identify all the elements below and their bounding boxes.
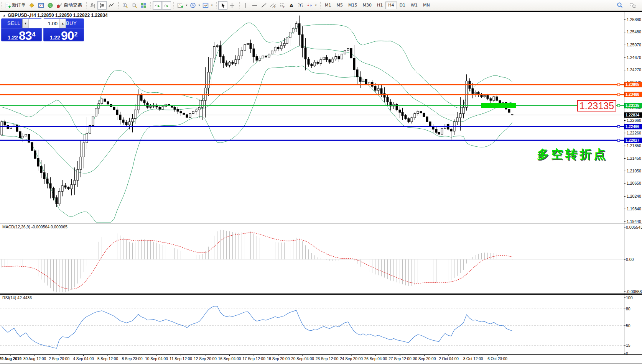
svg-text:15: 15 [626,343,630,348]
autoscroll-icon [154,2,160,8]
buy-price[interactable]: 1.22902 [43,28,84,42]
search-button[interactable] [615,1,625,10]
rsi-panel: 1008050150 [0,295,633,356]
price-callout-box[interactable]: 1.23135 [577,100,616,111]
periods-button[interactable] [188,1,198,10]
new-chart-button[interactable] [36,1,46,10]
line-chart-icon [108,2,114,8]
text-button[interactable]: A [287,1,296,10]
periods-dropdown-caret[interactable]: ▾ [198,3,201,7]
text-label-icon: T [297,2,303,8]
zoom-in-button[interactable] [120,1,130,10]
horizontal-line-button[interactable] [250,1,259,10]
horizontal-lines [0,84,624,141]
clock-icon [190,2,196,8]
line-chart-button[interactable] [107,1,116,10]
autotrading-button[interactable]: 自动交易 [55,1,84,10]
svg-text:2 Sep 20:00: 2 Sep 20:00 [49,357,69,361]
text-label-button[interactable]: T [296,1,305,10]
svg-text:30 Sep 20:00: 30 Sep 20:00 [413,357,436,361]
timeframe-H1-button[interactable]: H1 [374,2,385,9]
timeframe-M5-button[interactable]: M5 [334,2,346,9]
templates-dropdown-caret[interactable]: ▾ [210,3,214,7]
signals-icon [47,2,53,8]
signals-button[interactable] [46,1,55,10]
svg-text:8 Sep 23:00: 8 Sep 23:00 [122,357,143,361]
timeframe-M1-button[interactable]: M1 [322,2,334,9]
indicators-dropdown-caret[interactable]: ▾ [185,3,188,7]
chart-canvas[interactable]: 1.258801.254801.250701.246701.242701.238… [0,0,642,364]
tile-windows-button[interactable] [139,1,148,10]
svg-text:23 Sep 12:00: 23 Sep 12:00 [316,357,339,361]
collapse-panel-arrow[interactable]: ▲ [3,14,6,17]
svg-text:24 Sep 20:00: 24 Sep 20:00 [340,357,363,361]
fibonacci-icon: F [279,2,285,8]
trendline-button[interactable] [259,1,268,10]
buy-price-base: 1.22 [50,34,60,41]
fibonacci-button[interactable]: F [278,1,287,10]
svg-text:12 Sep 20:00: 12 Sep 20:00 [194,357,217,361]
arrows-button[interactable] [305,1,314,10]
timeframe-M30-button[interactable]: M30 [360,2,375,9]
templates-button[interactable] [201,1,210,10]
zoom-out-button[interactable] [130,1,139,10]
one-click-trading-panel: SELL 1.22834 BUY 1.22902 ▼ ▲ [1,18,85,41]
chart-profile-button[interactable] [27,1,36,10]
autoscroll-button[interactable] [153,1,162,10]
svg-text:50: 50 [626,323,630,328]
channel-icon: E [270,2,276,8]
svg-text:0.005543: 0.005543 [626,225,642,230]
svg-text:16 Sep 04:00: 16 Sep 04:00 [218,357,241,361]
svg-text:1.25070: 1.25070 [627,43,641,47]
volume-increase-button[interactable]: ▲ [60,19,66,28]
svg-text:F: F [283,6,285,8]
equidistant-channel-button[interactable]: E [268,1,278,10]
toolbar-group-standard: 新订单 自动交易 [0,0,85,10]
text-a-icon: A [289,2,294,8]
bars-chart-button[interactable] [88,1,97,10]
highlight-box [481,103,516,108]
svg-text:1.22027: 1.22027 [626,138,640,143]
cursor-button[interactable] [218,1,227,10]
chat-button[interactable] [628,1,638,10]
vertical-line-icon [243,2,249,8]
chart-shift-button[interactable] [162,1,171,10]
svg-text:1.24270: 1.24270 [627,67,641,72]
svg-text:1.19840: 1.19840 [627,207,641,211]
svg-text:10 Sep 04:00: 10 Sep 04:00 [145,357,168,361]
buy-price-pip: 2 [74,32,77,37]
buy-price-big: 90 [61,30,74,41]
toolbar-right [615,1,642,10]
timeframe-M15-button[interactable]: M15 [346,2,360,9]
new-order-button[interactable]: 新订单 [3,1,27,10]
timeframe-H4-button[interactable]: H4 [385,2,397,9]
sell-price[interactable]: 1.22834 [1,28,42,42]
new-chart-icon [38,2,44,8]
chart-header: ▲ GBPUSD-,H4 1.22850 1.22850 1.22822 1.2… [3,13,108,18]
svg-text:1.19440: 1.19440 [627,219,641,224]
candlestick-chart-button[interactable] [97,1,107,10]
new-order-label: 新订单 [12,2,26,8]
volume-decrease-button[interactable]: ▼ [23,19,28,28]
annotation-text[interactable]: 多空转折点 [537,146,608,162]
arrows-dropdown-caret[interactable]: ▾ [314,3,318,7]
svg-text:1.21450: 1.21450 [627,156,641,161]
candles-layer [1,16,513,207]
cursor-icon [220,2,226,8]
indicators-button[interactable] [176,1,185,10]
svg-text:T: T [299,3,301,7]
tile-windows-icon [140,2,147,8]
svg-text:1.23805: 1.23805 [626,82,640,87]
timeframe-MN-button[interactable]: MN [420,2,433,9]
crosshair-button[interactable] [227,1,237,10]
timeframe-D1-button[interactable]: D1 [397,2,408,9]
vertical-line-button[interactable] [241,1,250,10]
svg-text:1.23135: 1.23135 [626,103,640,108]
timeframe-W1-button[interactable]: W1 [408,2,420,9]
zoom-out-icon [131,2,137,8]
volume-input[interactable] [28,19,60,28]
svg-text:100: 100 [626,295,633,300]
svg-text:2 Oct 04:00: 2 Oct 04:00 [439,357,459,361]
macd-label: MACD(12,26,9) -0.000564 0.000065 [2,225,67,229]
rsi-label: RSI(14) 42.4436 [2,295,32,300]
